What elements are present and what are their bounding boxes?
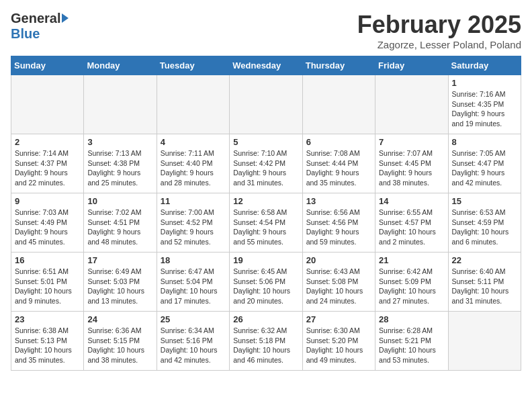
day-number: 20	[306, 255, 371, 265]
day-info: Sunrise: 7:14 AM Sunset: 4:37 PM Dayligh…	[15, 148, 80, 188]
calendar-cell: 23Sunrise: 6:38 AM Sunset: 5:13 PM Dayli…	[11, 312, 84, 371]
day-number: 26	[233, 314, 298, 324]
calendar-cell: 20Sunrise: 6:43 AM Sunset: 5:08 PM Dayli…	[302, 253, 375, 312]
day-number: 27	[306, 314, 371, 324]
day-info: Sunrise: 6:28 AM Sunset: 5:21 PM Dayligh…	[379, 326, 444, 365]
day-info: Sunrise: 6:51 AM Sunset: 5:01 PM Dayligh…	[15, 267, 80, 306]
day-number: 23	[15, 314, 80, 324]
day-number: 22	[452, 255, 517, 265]
calendar-cell: 27Sunrise: 6:30 AM Sunset: 5:20 PM Dayli…	[302, 312, 375, 371]
day-info: Sunrise: 6:40 AM Sunset: 5:11 PM Dayligh…	[452, 267, 517, 306]
day-number: 18	[161, 255, 226, 265]
calendar-cell: 9Sunrise: 7:03 AM Sunset: 4:49 PM Daylig…	[11, 193, 84, 253]
calendar-cell	[11, 75, 84, 134]
calendar-cell: 11Sunrise: 7:00 AM Sunset: 4:52 PM Dayli…	[157, 193, 229, 253]
page-header: General Blue February 2025 Zagorze, Less…	[11, 11, 521, 50]
weekday-header-tuesday: Tuesday	[157, 56, 229, 75]
day-number: 5	[233, 137, 298, 147]
day-info: Sunrise: 6:53 AM Sunset: 4:59 PM Dayligh…	[452, 208, 517, 247]
day-number: 9	[15, 196, 80, 206]
day-info: Sunrise: 6:43 AM Sunset: 5:08 PM Dayligh…	[306, 267, 371, 306]
day-number: 7	[379, 137, 444, 147]
calendar-cell: 26Sunrise: 6:32 AM Sunset: 5:18 PM Dayli…	[230, 312, 302, 371]
calendar-cell: 10Sunrise: 7:02 AM Sunset: 4:51 PM Dayli…	[84, 193, 157, 253]
day-info: Sunrise: 6:55 AM Sunset: 4:57 PM Dayligh…	[379, 208, 444, 247]
calendar-cell: 6Sunrise: 7:08 AM Sunset: 4:44 PM Daylig…	[302, 134, 375, 193]
day-info: Sunrise: 6:58 AM Sunset: 4:54 PM Dayligh…	[233, 208, 298, 247]
calendar-cell	[302, 75, 375, 134]
day-number: 13	[306, 196, 371, 206]
day-number: 14	[379, 196, 444, 206]
logo-general-text: General	[11, 11, 60, 26]
day-info: Sunrise: 7:02 AM Sunset: 4:51 PM Dayligh…	[87, 208, 152, 247]
day-number: 16	[15, 255, 80, 265]
weekday-header-row: SundayMondayTuesdayWednesdayThursdayFrid…	[11, 56, 521, 75]
day-number: 6	[306, 137, 371, 147]
calendar-cell: 5Sunrise: 7:10 AM Sunset: 4:42 PM Daylig…	[230, 134, 302, 193]
day-number: 21	[379, 255, 444, 265]
day-number: 8	[452, 137, 517, 147]
day-info: Sunrise: 7:11 AM Sunset: 4:40 PM Dayligh…	[161, 148, 226, 188]
day-info: Sunrise: 7:10 AM Sunset: 4:42 PM Dayligh…	[233, 148, 298, 188]
calendar-cell: 1Sunrise: 7:16 AM Sunset: 4:35 PM Daylig…	[448, 75, 521, 134]
day-number: 19	[233, 255, 298, 265]
calendar-cell: 15Sunrise: 6:53 AM Sunset: 4:59 PM Dayli…	[448, 193, 521, 253]
location-text: Zagorze, Lesser Poland, Poland	[357, 39, 521, 50]
day-info: Sunrise: 6:36 AM Sunset: 5:15 PM Dayligh…	[87, 326, 152, 365]
weekday-header-thursday: Thursday	[302, 56, 375, 75]
day-info: Sunrise: 6:38 AM Sunset: 5:13 PM Dayligh…	[15, 326, 80, 365]
calendar-cell: 28Sunrise: 6:28 AM Sunset: 5:21 PM Dayli…	[375, 312, 448, 371]
week-row-1: 1Sunrise: 7:16 AM Sunset: 4:35 PM Daylig…	[11, 75, 521, 134]
logo-blue-text: Blue	[11, 26, 40, 42]
week-row-3: 9Sunrise: 7:03 AM Sunset: 4:49 PM Daylig…	[11, 193, 521, 253]
day-number: 12	[233, 196, 298, 206]
calendar-cell: 19Sunrise: 6:45 AM Sunset: 5:06 PM Dayli…	[230, 253, 302, 312]
day-number: 24	[87, 314, 152, 324]
calendar-cell: 8Sunrise: 7:05 AM Sunset: 4:47 PM Daylig…	[448, 134, 521, 193]
day-number: 1	[452, 78, 517, 88]
calendar-cell	[230, 75, 302, 134]
calendar-cell: 18Sunrise: 6:47 AM Sunset: 5:04 PM Dayli…	[157, 253, 229, 312]
logo-arrow-icon	[62, 13, 69, 23]
calendar-cell: 7Sunrise: 7:07 AM Sunset: 4:45 PM Daylig…	[375, 134, 448, 193]
calendar-cell: 2Sunrise: 7:14 AM Sunset: 4:37 PM Daylig…	[11, 134, 84, 193]
day-number: 11	[161, 196, 226, 206]
day-info: Sunrise: 7:03 AM Sunset: 4:49 PM Dayligh…	[15, 208, 80, 247]
calendar-cell	[84, 75, 157, 134]
calendar-cell: 3Sunrise: 7:13 AM Sunset: 4:38 PM Daylig…	[84, 134, 157, 193]
day-number: 25	[161, 314, 226, 324]
day-info: Sunrise: 7:07 AM Sunset: 4:45 PM Dayligh…	[379, 148, 444, 188]
day-info: Sunrise: 6:47 AM Sunset: 5:04 PM Dayligh…	[161, 267, 226, 306]
calendar-cell: 24Sunrise: 6:36 AM Sunset: 5:15 PM Dayli…	[84, 312, 157, 371]
month-title: February 2025	[357, 11, 521, 39]
calendar-cell: 12Sunrise: 6:58 AM Sunset: 4:54 PM Dayli…	[230, 193, 302, 253]
day-number: 4	[161, 137, 226, 147]
logo: General Blue	[11, 11, 69, 42]
weekday-header-saturday: Saturday	[448, 56, 521, 75]
weekday-header-monday: Monday	[84, 56, 157, 75]
calendar-cell	[157, 75, 229, 134]
day-info: Sunrise: 6:34 AM Sunset: 5:16 PM Dayligh…	[161, 326, 226, 365]
week-row-2: 2Sunrise: 7:14 AM Sunset: 4:37 PM Daylig…	[11, 134, 521, 193]
day-info: Sunrise: 6:56 AM Sunset: 4:56 PM Dayligh…	[306, 208, 371, 247]
calendar-cell: 14Sunrise: 6:55 AM Sunset: 4:57 PM Dayli…	[375, 193, 448, 253]
day-info: Sunrise: 6:32 AM Sunset: 5:18 PM Dayligh…	[233, 326, 298, 365]
weekday-header-sunday: Sunday	[11, 56, 84, 75]
day-number: 10	[87, 196, 152, 206]
day-info: Sunrise: 7:16 AM Sunset: 4:35 PM Dayligh…	[452, 89, 517, 129]
day-info: Sunrise: 6:49 AM Sunset: 5:03 PM Dayligh…	[87, 267, 152, 306]
day-number: 15	[452, 196, 517, 206]
calendar-cell: 13Sunrise: 6:56 AM Sunset: 4:56 PM Dayli…	[302, 193, 375, 253]
calendar-cell: 22Sunrise: 6:40 AM Sunset: 5:11 PM Dayli…	[448, 253, 521, 312]
day-number: 3	[87, 137, 152, 147]
day-info: Sunrise: 6:30 AM Sunset: 5:20 PM Dayligh…	[306, 326, 371, 365]
calendar-cell: 25Sunrise: 6:34 AM Sunset: 5:16 PM Dayli…	[157, 312, 229, 371]
calendar-cell	[375, 75, 448, 134]
calendar-cell: 4Sunrise: 7:11 AM Sunset: 4:40 PM Daylig…	[157, 134, 229, 193]
calendar-cell: 17Sunrise: 6:49 AM Sunset: 5:03 PM Dayli…	[84, 253, 157, 312]
day-info: Sunrise: 7:00 AM Sunset: 4:52 PM Dayligh…	[161, 208, 226, 247]
day-number: 28	[379, 314, 444, 324]
day-info: Sunrise: 6:42 AM Sunset: 5:09 PM Dayligh…	[379, 267, 444, 306]
calendar-cell: 16Sunrise: 6:51 AM Sunset: 5:01 PM Dayli…	[11, 253, 84, 312]
title-section: February 2025 Zagorze, Lesser Poland, Po…	[357, 11, 521, 50]
